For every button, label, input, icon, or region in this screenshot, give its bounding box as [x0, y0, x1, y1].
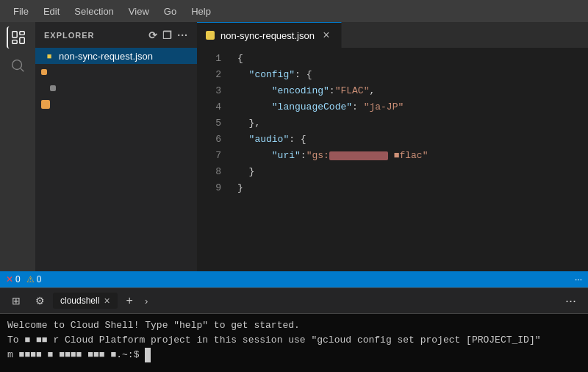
sidebar-folder-2[interactable] [35, 80, 197, 96]
terminal-grid-icon[interactable]: ⊞ [6, 290, 26, 311]
code-editor[interactable]: { "config": { "encoding":"FLAC", "langua… [230, 48, 588, 271]
terminal-chevron[interactable]: › [142, 296, 151, 307]
status-errors[interactable]: ✕ 0 [6, 274, 21, 285]
svg-point-4 [12, 60, 22, 70]
sidebar-folder-3[interactable] [35, 96, 197, 112]
json-file-icon: ■ [44, 51, 54, 61]
svg-line-5 [21, 68, 24, 71]
warning-icon: ⚠ [26, 274, 35, 285]
terminal-tab-cloudshell[interactable]: cloudshell × [53, 293, 118, 309]
editor-area: non-sync-request.json × 1 2 3 4 5 6 7 8 … [197, 22, 588, 271]
menu-help[interactable]: Help [185, 4, 217, 19]
sidebar-file-non-sync-request[interactable]: ■ non-sync-request.json [35, 48, 197, 64]
menu-bar: File Edit Selection View Go Help [0, 0, 588, 22]
tab-file-icon [206, 31, 215, 40]
terminal-prompt-text: m ■■■■ ■ ■■■■ ■■■ ■.~:$ [7, 349, 145, 360]
folder-indicator-2 [50, 85, 56, 91]
svg-rect-0 [12, 32, 17, 37]
svg-rect-2 [20, 37, 24, 43]
status-bar: ✕ 0 ⚠ 0 ··· [0, 271, 588, 287]
svg-rect-1 [20, 32, 24, 35]
terminal-cursor [145, 348, 151, 362]
activity-bar [0, 22, 35, 271]
more-icon[interactable]: ··· [177, 29, 188, 41]
status-right: ··· [575, 274, 582, 285]
sidebar-folder-1[interactable] [35, 64, 197, 80]
warning-count: 0 [37, 274, 42, 285]
menu-go[interactable]: Go [158, 4, 182, 19]
terminal-tab-close[interactable]: × [104, 295, 110, 307]
sidebar-header: EXPLORER ⟳ ❐ ··· [35, 22, 197, 48]
terminal-more-button[interactable]: ··· [559, 293, 582, 309]
status-dots[interactable]: ··· [575, 274, 582, 285]
main-area: EXPLORER ⟳ ❐ ··· ■ non-sync-request.json [0, 22, 588, 271]
menu-selection[interactable]: Selection [68, 4, 119, 19]
folder-indicator-1 [41, 69, 47, 75]
tab-close-button[interactable]: × [320, 29, 332, 41]
terminal-add-button[interactable]: + [121, 292, 139, 310]
sidebar-filename-active: non-sync-request.json [59, 51, 153, 62]
sidebar: EXPLORER ⟳ ❐ ··· ■ non-sync-request.json [35, 22, 197, 271]
terminal-area: ⊞ ⚙ cloudshell × + › ··· Welcome to Clou… [0, 287, 588, 372]
editor-tab-non-sync[interactable]: non-sync-request.json × [197, 22, 342, 48]
terminal-tabs: ⊞ ⚙ cloudshell × + › ··· [0, 288, 588, 314]
activity-explorer[interactable] [7, 26, 29, 49]
terminal-tab-name: cloudshell [60, 296, 99, 306]
refresh-icon[interactable]: ⟳ [148, 29, 158, 41]
explorer-title: EXPLORER [44, 31, 95, 40]
sidebar-file-list: ■ non-sync-request.json [35, 48, 197, 271]
tabs-bar: non-sync-request.json × [197, 22, 588, 48]
menu-file[interactable]: File [7, 4, 35, 19]
error-count: 0 [15, 274, 21, 285]
status-warnings[interactable]: ⚠ 0 [26, 274, 42, 285]
terminal-settings-icon[interactable]: ⚙ [29, 290, 50, 311]
folder-indicator-3 [41, 100, 50, 109]
terminal-line-prompt: m ■■■■ ■ ■■■■ ■■■ ■.~:$ [7, 348, 581, 362]
sidebar-header-actions: ⟳ ❐ ··· [148, 29, 188, 41]
terminal-line-welcome: Welcome to Cloud Shell! Type "help" to g… [7, 318, 581, 333]
terminal-line-project: To ■ ■■ r Cloud Platform project in this… [7, 333, 581, 348]
tab-filename: non-sync-request.json [220, 30, 315, 41]
svg-rect-3 [12, 40, 17, 44]
menu-view[interactable]: View [123, 4, 155, 19]
activity-search[interactable] [7, 54, 29, 76]
collapse-icon[interactable]: ❐ [162, 29, 173, 41]
error-icon: ✕ [6, 274, 13, 285]
line-numbers: 1 2 3 4 5 6 7 8 9 [197, 48, 230, 271]
terminal-content[interactable]: Welcome to Cloud Shell! Type "help" to g… [0, 314, 588, 372]
menu-edit[interactable]: Edit [37, 4, 65, 19]
editor-content[interactable]: 1 2 3 4 5 6 7 8 9 { "config": { "encodin… [197, 48, 588, 271]
